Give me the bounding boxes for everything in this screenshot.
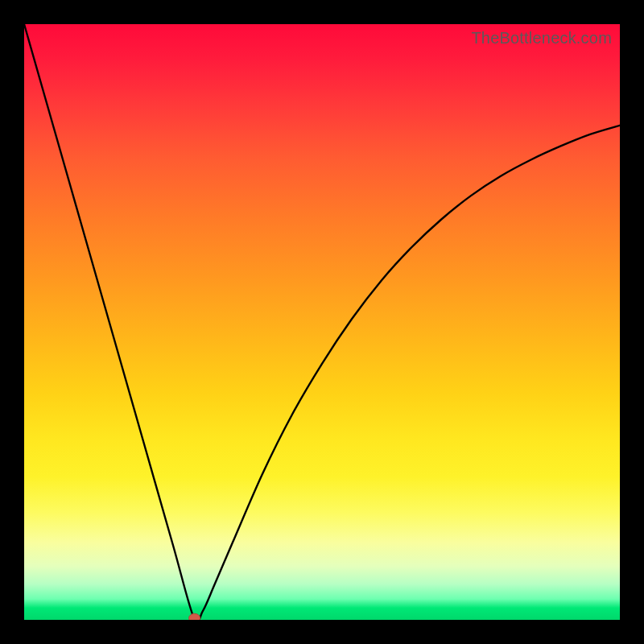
plot-area: TheBottleneck.com [24,24,620,620]
chart-svg [24,24,620,620]
bottleneck-curve [24,24,620,620]
chart-frame: TheBottleneck.com [0,0,644,644]
minimum-marker [189,613,200,620]
